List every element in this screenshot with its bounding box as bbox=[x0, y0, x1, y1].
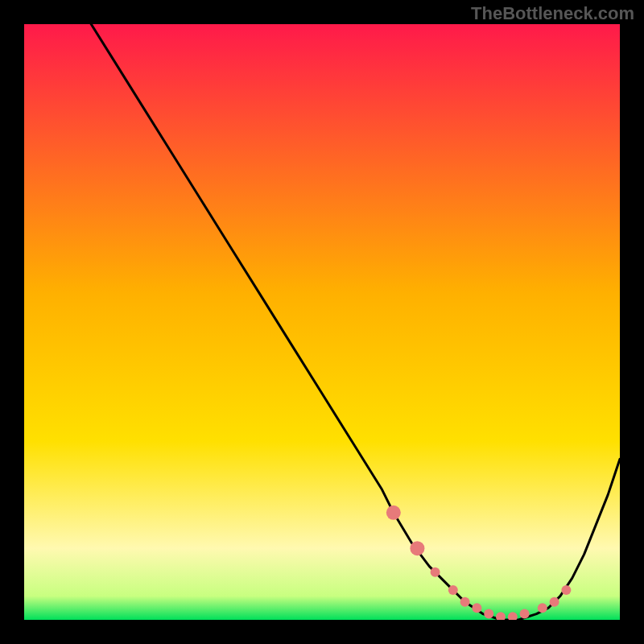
attribution-label: TheBottleneck.com bbox=[471, 3, 634, 24]
marker-dot bbox=[431, 568, 440, 577]
marker-dot bbox=[484, 609, 493, 619]
chart-frame: TheBottleneck.com bbox=[0, 0, 644, 644]
gradient-background bbox=[24, 24, 620, 620]
marker-dot bbox=[550, 597, 559, 607]
marker-dot bbox=[472, 603, 481, 613]
marker-dot bbox=[386, 506, 401, 520]
marker-dot bbox=[460, 597, 470, 607]
marker-dot bbox=[520, 609, 530, 619]
marker-dot bbox=[561, 585, 571, 595]
marker-dot bbox=[410, 541, 424, 555]
plot-area bbox=[24, 24, 620, 620]
marker-dot bbox=[448, 585, 458, 595]
marker-dot bbox=[538, 603, 547, 613]
chart-svg bbox=[24, 24, 620, 620]
